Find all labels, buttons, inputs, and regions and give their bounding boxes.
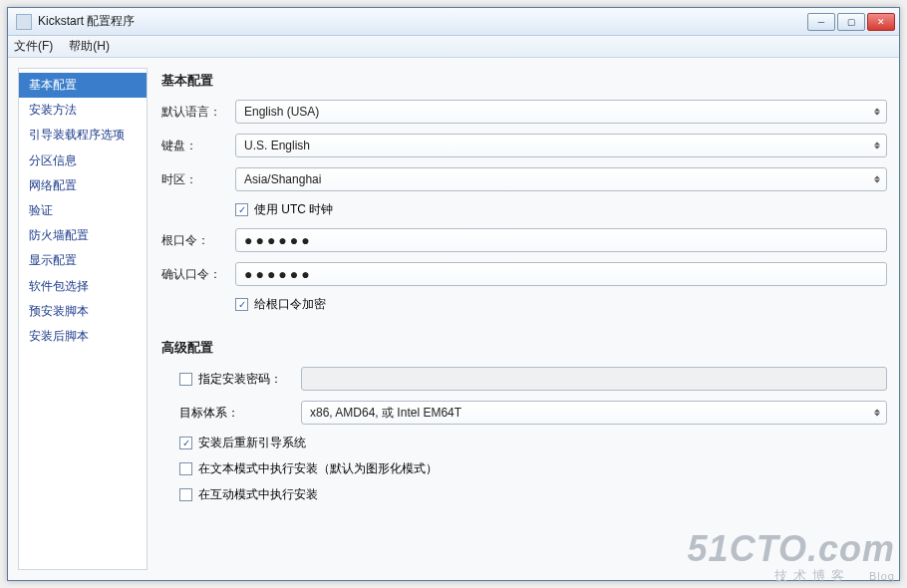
sidebar-item-pre-script[interactable]: 预安装脚本 bbox=[19, 299, 147, 324]
sidebar-item-post-script[interactable]: 安装后脚本 bbox=[19, 324, 147, 349]
sidebar: 基本配置 安装方法 引导装载程序选项 分区信息 网络配置 验证 防火墙配置 显示… bbox=[18, 68, 148, 570]
sidebar-item-display[interactable]: 显示配置 bbox=[19, 248, 147, 273]
encrypt-label: 给根口令加密 bbox=[254, 296, 326, 313]
app-icon bbox=[16, 14, 32, 30]
lang-select[interactable]: English (USA) bbox=[235, 100, 887, 124]
rootpw-label: 根口令： bbox=[161, 232, 235, 249]
installpw-checkbox[interactable] bbox=[179, 373, 192, 386]
app-window: Kickstart 配置程序 ─ ▢ ✕ 文件(F) 帮助(H) 基本配置 安装… bbox=[7, 7, 900, 581]
installpw-label: 指定安装密码： bbox=[198, 371, 282, 388]
confirmpw-mask: ●●●●●● bbox=[244, 267, 313, 281]
reboot-checkbox[interactable] bbox=[179, 437, 192, 449]
sidebar-item-firewall[interactable]: 防火墙配置 bbox=[19, 223, 147, 248]
close-button[interactable]: ✕ bbox=[867, 13, 895, 31]
lang-value: English (USA) bbox=[244, 105, 319, 119]
confirmpw-input[interactable]: ●●●●●● bbox=[235, 262, 887, 286]
timezone-label: 时区： bbox=[161, 171, 235, 188]
rootpw-mask: ●●●●●● bbox=[244, 233, 313, 247]
encrypt-checkbox[interactable] bbox=[235, 298, 248, 311]
maximize-button[interactable]: ▢ bbox=[837, 13, 865, 31]
content-area: 基本配置 安装方法 引导装载程序选项 分区信息 网络配置 验证 防火墙配置 显示… bbox=[8, 58, 899, 580]
interactive-checkbox[interactable] bbox=[179, 488, 192, 501]
basic-section-title: 基本配置 bbox=[161, 72, 887, 90]
dropdown-icon bbox=[874, 410, 880, 417]
sidebar-item-bootloader[interactable]: 引导装载程序选项 bbox=[19, 123, 147, 147]
sidebar-item-network[interactable]: 网络配置 bbox=[19, 173, 147, 198]
keyboard-select[interactable]: U.S. English bbox=[235, 134, 887, 157]
arch-value: x86, AMD64, 或 Intel EM64T bbox=[310, 405, 461, 422]
utc-label: 使用 UTC 时钟 bbox=[254, 201, 333, 218]
window-title: Kickstart 配置程序 bbox=[36, 13, 135, 30]
dropdown-icon bbox=[874, 143, 880, 149]
sidebar-item-auth[interactable]: 验证 bbox=[19, 198, 147, 223]
textmode-label: 在文本模式中执行安装（默认为图形化模式） bbox=[198, 460, 438, 477]
sidebar-item-partition[interactable]: 分区信息 bbox=[19, 148, 147, 173]
main-panel: 基本配置 默认语言： English (USA) 键盘： U.S. Englis… bbox=[161, 68, 889, 570]
title-bar: Kickstart 配置程序 ─ ▢ ✕ bbox=[8, 8, 899, 36]
timezone-value: Asia/Shanghai bbox=[244, 172, 321, 186]
timezone-select[interactable]: Asia/Shanghai bbox=[235, 167, 887, 191]
confirmpw-label: 确认口令： bbox=[161, 266, 235, 283]
interactive-label: 在互动模式中执行安装 bbox=[198, 486, 318, 503]
menu-bar: 文件(F) 帮助(H) bbox=[8, 36, 899, 58]
window-controls: ─ ▢ ✕ bbox=[807, 13, 895, 31]
installpw-input[interactable] bbox=[301, 367, 887, 391]
sidebar-item-install-method[interactable]: 安装方法 bbox=[19, 98, 147, 123]
menu-file[interactable]: 文件(F) bbox=[14, 38, 53, 55]
keyboard-label: 键盘： bbox=[161, 138, 235, 154]
sidebar-item-basic[interactable]: 基本配置 bbox=[19, 73, 147, 98]
advanced-section-title: 高级配置 bbox=[161, 339, 887, 357]
arch-select[interactable]: x86, AMD64, 或 Intel EM64T bbox=[301, 401, 887, 425]
sidebar-item-packages[interactable]: 软件包选择 bbox=[19, 274, 147, 299]
utc-checkbox[interactable] bbox=[235, 203, 248, 216]
reboot-label: 安装后重新引导系统 bbox=[198, 435, 306, 451]
arch-label: 目标体系： bbox=[179, 405, 239, 422]
menu-help[interactable]: 帮助(H) bbox=[69, 38, 110, 55]
minimize-button[interactable]: ─ bbox=[807, 13, 835, 31]
dropdown-icon bbox=[874, 109, 880, 116]
textmode-checkbox[interactable] bbox=[179, 462, 192, 475]
keyboard-value: U.S. English bbox=[244, 139, 310, 152]
rootpw-input[interactable]: ●●●●●● bbox=[235, 228, 887, 252]
dropdown-icon bbox=[874, 176, 880, 183]
lang-label: 默认语言： bbox=[161, 104, 235, 121]
